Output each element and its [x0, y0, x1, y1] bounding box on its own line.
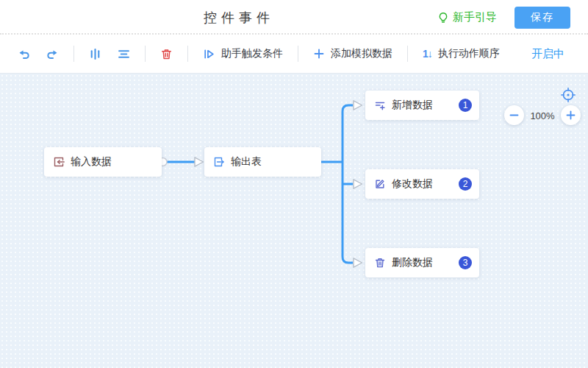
edit-icon [374, 178, 386, 190]
align-horizontal-button[interactable] [113, 45, 135, 63]
node-delete-data[interactable]: 删除数据 3 [365, 248, 479, 277]
redo-icon [46, 48, 59, 60]
node-order-badge: 1 [459, 99, 472, 112]
zoom-out-icon [509, 110, 520, 121]
delete-icon [374, 257, 386, 269]
divider [298, 46, 298, 62]
node-input-data[interactable]: 输入数据 [44, 147, 162, 177]
divider [407, 46, 408, 62]
divider [74, 46, 74, 62]
node-add-data[interactable]: 新增数据 1 [365, 91, 479, 120]
add-mock-data-button[interactable]: 添加模拟数据 [309, 44, 397, 63]
align-vertical-button[interactable] [85, 45, 106, 63]
delete-button[interactable] [156, 45, 177, 63]
node-modify-data[interactable]: 修改数据 2 [365, 169, 479, 199]
zoom-in-icon [565, 110, 576, 121]
action-order-label: 执行动作顺序 [438, 47, 500, 60]
save-label: 保存 [531, 11, 554, 24]
status-badge[interactable]: 开启中 [531, 47, 564, 61]
redo-button[interactable] [42, 45, 63, 63]
page-title: 控件事件 [204, 9, 274, 26]
node-order-badge: 3 [459, 256, 472, 269]
save-button[interactable]: 保存 [514, 7, 570, 29]
divider [187, 46, 188, 62]
import-icon [53, 156, 65, 168]
header: 控件事件 新手引导 保存 [0, 0, 588, 35]
toolbar: 助手触发条件 添加模拟数据 1↓ 执行动作顺序 开启中 [0, 35, 588, 74]
node-label: 新增数据 [392, 99, 433, 112]
divider [145, 46, 146, 62]
assistant-trigger-label: 助手触发条件 [221, 47, 283, 60]
locate-button[interactable] [559, 86, 577, 104]
lightbulb-icon [437, 12, 449, 24]
export-icon [213, 156, 225, 168]
node-output-table[interactable]: 输出表 [204, 147, 321, 177]
trash-icon [160, 48, 173, 60]
undo-icon [18, 48, 30, 60]
plus-icon [313, 48, 325, 60]
add-mock-data-label: 添加模拟数据 [331, 47, 392, 60]
crosshair-icon [559, 86, 577, 104]
action-order-button[interactable]: 1↓ 执行动作顺序 [418, 44, 504, 63]
zoom-level-label: 100% [526, 110, 559, 121]
node-label: 删除数据 [392, 256, 433, 269]
node-label: 输出表 [231, 155, 262, 169]
flow-canvas[interactable]: 输入数据 输出表 新增数据 1 [0, 74, 588, 368]
play-trigger-icon [203, 48, 215, 60]
assistant-trigger-button[interactable]: 助手触发条件 [198, 44, 287, 63]
node-label: 输入数据 [71, 155, 112, 169]
beginner-guide-label: 新手引导 [453, 10, 497, 24]
beginner-guide-link[interactable]: 新手引导 [437, 10, 497, 24]
zoom-in-button[interactable] [561, 105, 581, 125]
node-label: 修改数据 [392, 177, 433, 191]
add-row-icon [374, 99, 386, 111]
align-vertical-icon [89, 48, 101, 60]
edges-layer [0, 74, 588, 368]
align-horizontal-icon [118, 48, 130, 60]
order-icon: 1↓ [423, 48, 432, 60]
node-order-badge: 2 [459, 177, 472, 191]
zoom-out-button[interactable] [504, 105, 524, 125]
undo-button[interactable] [13, 45, 35, 63]
header-actions: 新手引导 保存 [437, 0, 570, 35]
